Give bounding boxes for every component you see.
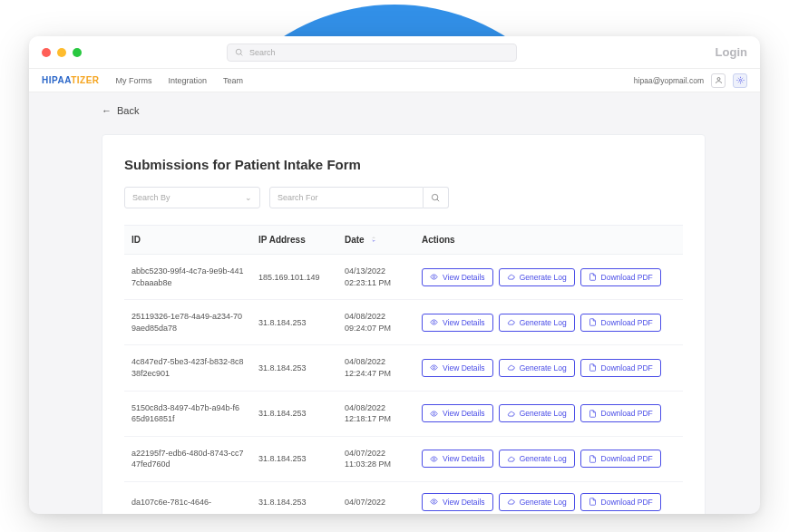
search-button[interactable] xyxy=(424,187,449,208)
eye-icon xyxy=(430,363,438,372)
cell-id: 5150c8d3-8497-4b7b-a94b-f665d916851f xyxy=(124,391,251,436)
th-ip[interactable]: IP Address xyxy=(251,226,337,255)
cell-id: a22195f7-edb6-480d-8743-cc747fed760d xyxy=(124,436,251,481)
cell-date: 04/07/202211:03:28 PM xyxy=(337,436,414,481)
arrow-left-icon: ← xyxy=(102,105,112,116)
svg-point-11 xyxy=(433,501,434,503)
view-details-button[interactable]: View Details xyxy=(422,450,493,468)
th-date[interactable]: Date xyxy=(337,226,414,255)
view-details-button[interactable]: View Details xyxy=(422,314,493,332)
file-icon xyxy=(589,363,597,372)
cell-ip: 31.8.184.253 xyxy=(251,481,337,514)
cell-id: 25119326-1e78-4a49-a234-709aed85da78 xyxy=(124,300,251,345)
svg-point-6 xyxy=(433,276,434,277)
svg-point-0 xyxy=(236,49,241,54)
generate-log-button[interactable]: Generate Log xyxy=(499,314,575,332)
cell-id: da107c6e-781c-4646- xyxy=(124,481,251,514)
cell-date: 04/07/2022 xyxy=(337,481,414,514)
svg-line-5 xyxy=(437,198,439,200)
cell-ip: 31.8.184.253 xyxy=(251,391,337,436)
global-search-input[interactable]: Search xyxy=(227,44,517,62)
submissions-table: ID IP Address Date Actions abbc5230-99f4… xyxy=(124,225,683,514)
cell-date: 04/13/202202:23:11 PM xyxy=(337,255,414,300)
download-pdf-button[interactable]: Download PDF xyxy=(580,404,661,422)
settings-icon[interactable] xyxy=(733,73,747,88)
download-pdf-button[interactable]: Download PDF xyxy=(580,268,661,286)
generate-log-button[interactable]: Generate Log xyxy=(499,359,575,377)
svg-point-4 xyxy=(432,194,437,199)
search-icon xyxy=(431,193,441,203)
user-email: hipaa@yopmail.com xyxy=(634,76,704,85)
nav-team[interactable]: Team xyxy=(223,76,243,85)
search-for-input[interactable] xyxy=(269,187,424,208)
generate-log-button[interactable]: Generate Log xyxy=(499,450,575,468)
th-id[interactable]: ID xyxy=(124,226,251,255)
close-icon[interactable] xyxy=(42,48,51,57)
cloud-icon xyxy=(507,273,515,281)
table-row: da107c6e-781c-4646-31.8.184.25304/07/202… xyxy=(124,481,683,514)
submissions-card: Submissions for Patient Intake Form Sear… xyxy=(102,134,706,514)
table-row: 5150c8d3-8497-4b7b-a94b-f665d916851f31.8… xyxy=(124,391,683,436)
cell-ip: 31.8.184.253 xyxy=(251,345,337,391)
eye-icon xyxy=(430,410,438,418)
svg-point-8 xyxy=(433,367,434,369)
cloud-icon xyxy=(507,455,515,463)
generate-log-button[interactable]: Generate Log xyxy=(499,493,575,511)
cell-ip: 31.8.184.253 xyxy=(251,436,337,481)
cell-date: 04/08/202212:18:17 PM xyxy=(337,391,414,436)
table-row: 25119326-1e78-4a49-a234-709aed85da7831.8… xyxy=(124,300,683,345)
cell-date: 04/08/202209:24:07 PM xyxy=(337,300,414,345)
svg-line-1 xyxy=(240,53,242,55)
eye-icon xyxy=(430,273,438,281)
file-icon xyxy=(589,455,597,463)
eye-icon xyxy=(430,455,438,463)
view-details-button[interactable]: View Details xyxy=(422,493,493,511)
cell-id: 4c847ed7-5be3-423f-b832-8c838f2ec901 xyxy=(124,345,251,391)
maximize-icon[interactable] xyxy=(73,48,82,57)
page-title: Submissions for Patient Intake Form xyxy=(124,157,683,172)
file-icon xyxy=(589,318,597,326)
view-details-button[interactable]: View Details xyxy=(422,404,493,422)
cloud-icon xyxy=(507,318,515,326)
view-details-button[interactable]: View Details xyxy=(422,268,493,286)
login-button[interactable]: Login xyxy=(716,45,747,59)
nav-my-forms[interactable]: My Forms xyxy=(116,76,152,85)
nav-integration[interactable]: Integration xyxy=(169,76,208,85)
cell-ip: 31.8.184.253 xyxy=(251,300,337,345)
chevron-down-icon: ⌄ xyxy=(245,193,252,202)
cloud-icon xyxy=(507,363,515,372)
back-button[interactable]: ← Back xyxy=(102,105,706,116)
cell-actions: View DetailsGenerate LogDownload PDF xyxy=(414,300,683,345)
download-pdf-button[interactable]: Download PDF xyxy=(580,450,661,468)
table-row: abbc5230-99f4-4c7a-9e9b-4417cbaaab8e185.… xyxy=(124,255,683,300)
cell-actions: View DetailsGenerate LogDownload PDF xyxy=(414,391,683,436)
top-nav: HIPAATIZER My Forms Integration Team hip… xyxy=(29,69,760,92)
cell-ip: 185.169.101.149 xyxy=(251,255,337,300)
minimize-icon[interactable] xyxy=(57,48,66,57)
download-pdf-button[interactable]: Download PDF xyxy=(580,493,661,511)
generate-log-button[interactable]: Generate Log xyxy=(499,404,575,422)
download-pdf-button[interactable]: Download PDF xyxy=(580,314,661,332)
filter-row: Search By ⌄ xyxy=(124,187,683,208)
cell-id: abbc5230-99f4-4c7a-9e9b-4417cbaaab8e xyxy=(124,255,251,300)
window-controls xyxy=(42,48,82,57)
cell-actions: View DetailsGenerate LogDownload PDF xyxy=(414,481,683,514)
file-icon xyxy=(589,273,597,281)
th-actions: Actions xyxy=(414,226,683,255)
content-area: ← Back Submissions for Patient Intake Fo… xyxy=(29,92,760,514)
window-titlebar: Search Login xyxy=(29,36,760,69)
svg-point-10 xyxy=(433,458,434,459)
search-by-select[interactable]: Search By ⌄ xyxy=(124,187,260,208)
view-details-button[interactable]: View Details xyxy=(422,359,493,377)
download-pdf-button[interactable]: Download PDF xyxy=(580,359,661,377)
generate-log-button[interactable]: Generate Log xyxy=(499,268,575,286)
cloud-icon xyxy=(507,498,515,506)
cell-actions: View DetailsGenerate LogDownload PDF xyxy=(414,436,683,481)
user-icon[interactable] xyxy=(711,73,726,88)
search-icon xyxy=(235,48,244,57)
svg-point-2 xyxy=(717,78,720,81)
svg-point-7 xyxy=(433,322,434,324)
file-icon xyxy=(589,410,597,418)
logo[interactable]: HIPAATIZER xyxy=(42,75,100,85)
cloud-icon xyxy=(507,410,515,418)
